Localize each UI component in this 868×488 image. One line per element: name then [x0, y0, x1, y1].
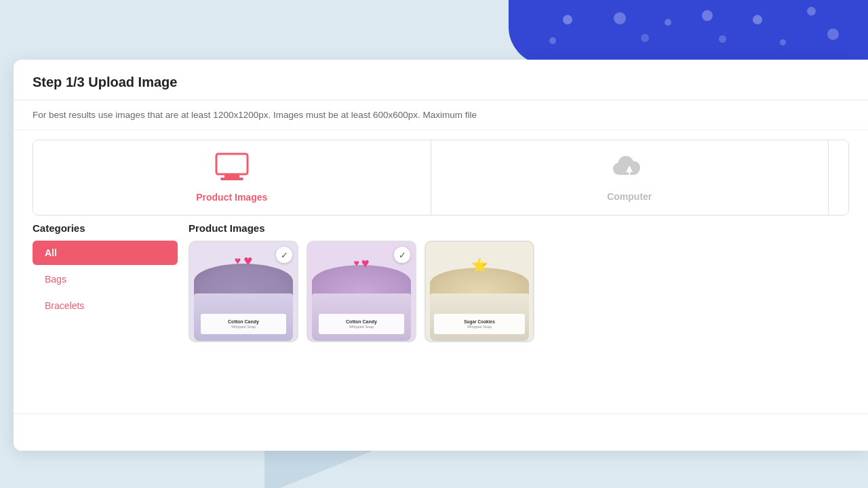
card-header: Step 1/3 Upload Image [14, 60, 868, 100]
product-3-name: Sugar Cookies [464, 319, 495, 325]
svg-rect-0 [216, 154, 248, 174]
products-title: Product Images [189, 222, 849, 234]
monitor-icon [214, 152, 250, 186]
main-card: Step 1/3 Upload Image For best results u… [14, 60, 868, 451]
product-2-hearts: ♥ ♥ [353, 258, 369, 271]
tab-product-images-label: Product Images [196, 192, 267, 203]
categories-col: Categories All Bags Bracelets [33, 222, 189, 440]
card-footer [14, 413, 868, 451]
categories-title: Categories [33, 222, 178, 234]
product-3-decoration: ⭐ [471, 257, 488, 273]
category-bracelets[interactable]: Bracelets [33, 293, 178, 318]
product-2-sub: Whipped Soap [349, 325, 374, 329]
category-list: All Bags Bracelets [33, 241, 178, 318]
product-1-hearts: ♥ ♥ [235, 255, 253, 270]
product-card-1[interactable]: Cotton Candy Whipped Soap ♥ ♥ ✓ [189, 241, 298, 342]
product-card-2[interactable]: Cotton Candy Whipped Soap ♥ ♥ ✓ [307, 241, 416, 342]
product-1-sub: Whipped Soap [231, 325, 256, 329]
tab-product-images[interactable]: Product Images [33, 140, 431, 215]
tab-computer[interactable]: Computer [431, 140, 829, 215]
products-col: Product Images Cotton Candy Whipped Soap [189, 222, 849, 440]
products-grid: Cotton Candy Whipped Soap ♥ ♥ ✓ [189, 241, 849, 342]
svg-rect-1 [224, 174, 239, 178]
step-label: Step 1/3 Upload Image [33, 75, 849, 90]
tab-computer-label: Computer [607, 191, 652, 202]
category-all[interactable]: All [33, 241, 178, 265]
tab-extra [828, 140, 848, 215]
category-bags[interactable]: Bags [33, 267, 178, 291]
product-card-3[interactable]: Sugar Cookies Whipped Soap ⭐ [425, 241, 534, 342]
cloud-upload-icon [612, 153, 646, 186]
upload-tabs: Product Images Computer [33, 140, 849, 216]
product-2-name: Cotton Candy [346, 319, 377, 325]
svg-rect-2 [220, 178, 243, 180]
card-subtitle: For best results use images that are at … [14, 100, 868, 130]
product-1-check: ✓ [276, 247, 292, 263]
product-1-name: Cotton Candy [228, 319, 259, 325]
product-3-sub: Whipped Soap [467, 325, 492, 329]
product-2-check: ✓ [394, 247, 410, 263]
